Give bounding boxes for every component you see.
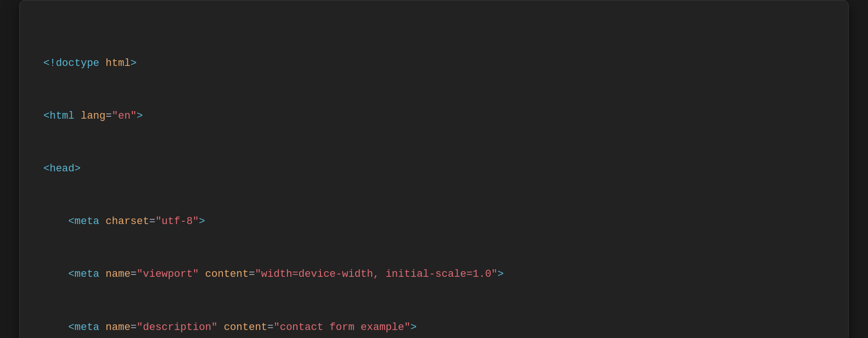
code-line-4: <meta charset="utf-8"> — [43, 213, 825, 230]
code-line-2: <html lang="en"> — [43, 107, 825, 125]
code-line-6: <meta name="description" content="contac… — [43, 319, 825, 336]
code-line-3: <head> — [43, 160, 825, 177]
code-line-1: <!doctype html> — [43, 55, 825, 72]
code-editor-window: <!doctype html> <html lang="en"> <head> … — [19, 0, 849, 338]
code-content: <!doctype html> <html lang="en"> <head> … — [43, 19, 825, 338]
code-line-5: <meta name="viewport" content="width=dev… — [43, 266, 825, 283]
